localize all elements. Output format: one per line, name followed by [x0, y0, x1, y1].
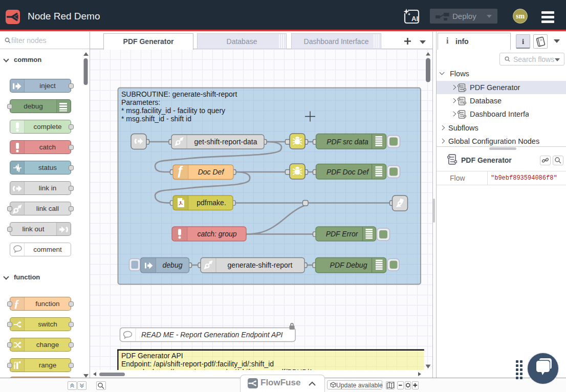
svg-text:* msg.shift_id - shift id: * msg.shift_id - shift id — [121, 115, 191, 123]
svg-text:PDF src data: PDF src data — [326, 138, 368, 146]
svg-text:AI: AI — [411, 15, 418, 23]
svg-text:PDF Debug: PDF Debug — [330, 261, 367, 269]
svg-text:READ ME - Report Generation En: READ ME - Report Generation Endpoint API — [141, 331, 283, 339]
svg-text:get-shift-report-data: get-shift-report-data — [194, 138, 257, 146]
svg-text:Parameters:: Parameters: — [121, 98, 160, 106]
svg-text:* msg.facility_id - facility t: * msg.facility_id - facility to query — [121, 106, 225, 115]
svg-text:PDF Generator API: PDF Generator API — [121, 352, 183, 360]
svg-text:Doc Def: Doc Def — [198, 168, 225, 176]
svg-text:PDF Error: PDF Error — [326, 230, 359, 238]
svg-text:ƒ: ƒ — [177, 164, 183, 178]
svg-text:PDF Doc Def: PDF Doc Def — [326, 168, 369, 176]
svg-text:Endpoint: /api/shift-report-pd: Endpoint: /api/shift-report-pdf/:facilit… — [121, 360, 274, 368]
svg-text:catch: group: catch: group — [197, 230, 236, 238]
svg-text:SUBROUTINE: generate-shift-rep: SUBROUTINE: generate-shift-report — [121, 90, 237, 98]
svg-text:pdfmake.: pdfmake. — [197, 199, 226, 207]
svg-text:debug: debug — [163, 261, 183, 269]
svg-text:generate-shift-report: generate-shift-report — [228, 261, 293, 269]
